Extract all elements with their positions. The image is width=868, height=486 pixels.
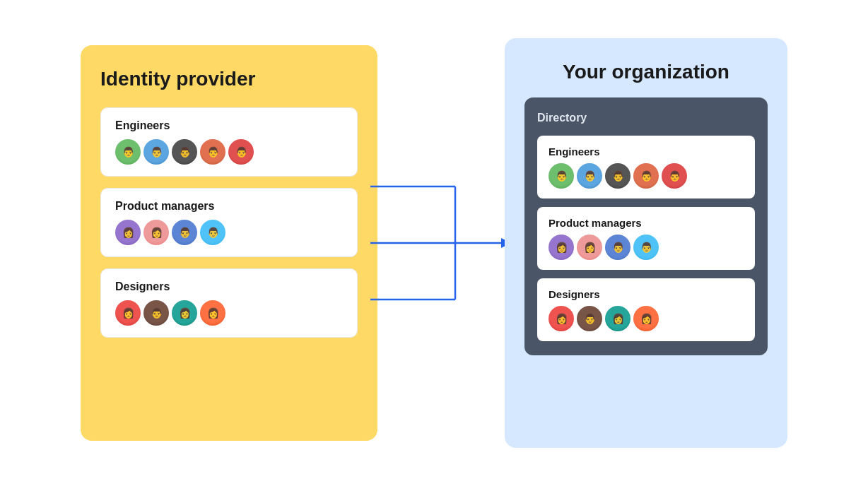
avatar: 👩 (549, 306, 574, 331)
idp-engineers-label: Engineers (115, 119, 343, 132)
avatar: 👩 (115, 300, 141, 326)
dir-engineers-label: Engineers (549, 146, 744, 158)
avatar: 👨 (549, 163, 574, 189)
dir-designers-avatars: 👩 👨 👩 👩 (549, 306, 744, 331)
idp-engineers-avatars: 👨 👨 👨 👨 👨 (115, 139, 343, 165)
main-container: Identity provider Engineers 👨 👨 👨 👨 👨 Pr… (45, 24, 823, 462)
avatar: 👨 (577, 163, 602, 189)
idp-panel: Identity provider Engineers 👨 👨 👨 👨 👨 Pr… (81, 45, 377, 441)
idp-pm-label: Product managers (115, 200, 343, 213)
avatar: 👨 (633, 235, 659, 260)
avatar: 👨 (143, 300, 169, 326)
dir-pm-label: Product managers (549, 217, 744, 229)
avatar: 👩 (172, 300, 197, 326)
avatar: 👩 (605, 306, 631, 331)
sync-arrow-connector (377, 130, 505, 356)
dir-engineers-card: Engineers 👨 👨 👨 👨 👨 (537, 136, 755, 198)
directory-panel: Directory Engineers 👨 👨 👨 👨 👨 Product ma… (524, 97, 768, 355)
avatar: 👨 (577, 306, 602, 331)
avatar: 👨 (662, 163, 687, 189)
dir-engineers-avatars: 👨 👨 👨 👨 👨 (549, 163, 744, 189)
avatar: 👩 (143, 220, 169, 245)
idp-pm-card: Product managers 👩 👩 👨 👨 (100, 188, 358, 257)
avatar: 👨 (605, 163, 631, 189)
avatar: 👨 (172, 220, 197, 245)
dir-pm-card: Product managers 👩 👩 👨 👨 (537, 207, 755, 270)
avatar: 👨 (200, 220, 225, 245)
dir-pm-avatars: 👩 👩 👨 👨 (549, 235, 744, 260)
avatar: 👨 (228, 139, 254, 165)
directory-label: Directory (537, 112, 755, 124)
avatar: 👩 (200, 300, 225, 326)
dir-designers-card: Designers 👩 👨 👩 👩 (537, 278, 755, 341)
avatar: 👩 (549, 235, 574, 260)
idp-designers-avatars: 👩 👨 👩 👩 (115, 300, 343, 326)
idp-engineers-card: Engineers 👨 👨 👨 👨 👨 (100, 107, 358, 177)
idp-title: Identity provider (100, 68, 358, 90)
org-title: Your organization (524, 61, 768, 83)
avatar: 👩 (633, 306, 659, 331)
org-panel: Your organization Directory Engineers 👨 … (505, 38, 787, 448)
avatar: 👨 (605, 235, 631, 260)
idp-designers-card: Designers 👩 👨 👩 👩 (100, 268, 358, 338)
avatar: 👨 (115, 139, 141, 165)
avatar: 👨 (633, 163, 659, 189)
avatar: 👩 (577, 235, 602, 260)
dir-designers-label: Designers (549, 288, 744, 300)
avatar: 👨 (172, 139, 197, 165)
sync-arrow-svg (370, 130, 512, 356)
avatar: 👨 (143, 139, 169, 165)
avatar: 👨 (200, 139, 225, 165)
avatar: 👩 (115, 220, 141, 245)
idp-pm-avatars: 👩 👩 👨 👨 (115, 220, 343, 245)
idp-designers-label: Designers (115, 280, 343, 293)
